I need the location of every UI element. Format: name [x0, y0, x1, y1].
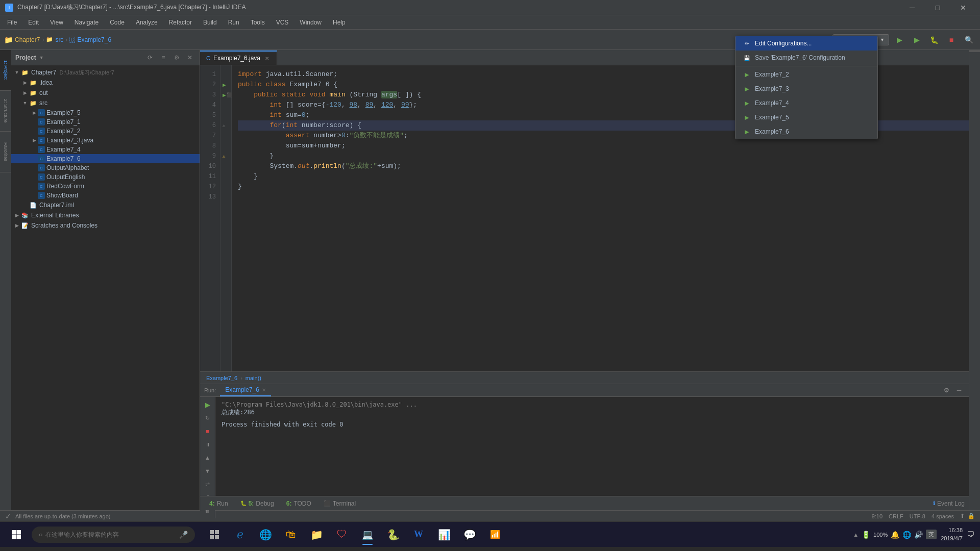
run-play-btn[interactable]: ▶ [202, 399, 213, 410]
status-encoding[interactable]: UTF-8 [910, 513, 925, 519]
menu-edit[interactable]: Edit [23, 17, 44, 28]
tree-example7-4[interactable]: C Example7_4 [11, 145, 200, 154]
config-example7-5[interactable]: ▶ Example7_5 [736, 110, 877, 124]
project-tab[interactable]: 1: Project [0, 50, 11, 91]
favorites-tab-side[interactable]: Favorites [0, 132, 11, 172]
run-settings-icon[interactable]: ⚙ [941, 385, 952, 396]
tray-time[interactable]: 16:38 2019/4/7 [941, 527, 963, 542]
taskbar-app-security[interactable]: 🛡 [331, 523, 353, 546]
menu-analyze[interactable]: Analyze [131, 17, 163, 28]
menu-build[interactable]: Build [198, 17, 222, 28]
status-position[interactable]: 9:10 [872, 513, 883, 519]
run-minimize-icon[interactable]: ─ [953, 385, 965, 396]
run-rerun-btn[interactable]: ↻ [202, 412, 213, 423]
tree-example7-5[interactable]: ▶ C Example7_5 [11, 108, 200, 117]
taskbar-search-input[interactable] [45, 531, 176, 538]
menu-code[interactable]: Code [105, 17, 130, 28]
taskbar-app-python[interactable]: 🐍 [382, 523, 404, 546]
run-tab-close-btn[interactable]: ✕ [262, 387, 266, 393]
tab-close-button[interactable]: ✕ [263, 55, 271, 62]
menu-vcs[interactable]: VCS [271, 17, 294, 28]
taskbar-app-wifi[interactable]: 📶 [484, 523, 506, 546]
menu-refactor[interactable]: Refactor [164, 17, 197, 28]
run-stop-btn[interactable]: ■ [202, 425, 213, 437]
menu-help[interactable]: Help [328, 17, 351, 28]
run-bottom-tab[interactable]: 4: Run [204, 498, 233, 509]
tree-output-alphabet[interactable]: C OutputAlphabet [11, 163, 200, 172]
tree-out[interactable]: ▶ 📁 out [11, 88, 200, 98]
run-tab-active[interactable]: Example7_6 ✕ [220, 384, 271, 396]
debug-bottom-tab[interactable]: 🐛 5: Debug [235, 498, 279, 509]
run-pause-btn[interactable]: ⏸ [202, 439, 213, 450]
tree-redcow[interactable]: C RedCowForm [11, 182, 200, 191]
close-button[interactable]: ✕ [951, 0, 975, 15]
status-linesep[interactable]: CRLF [889, 513, 903, 519]
gutter-3[interactable]: ▶⬛ [223, 90, 231, 100]
tree-example7-1[interactable]: C Example7_1 [11, 117, 200, 127]
terminal-bottom-tab[interactable]: ⬛ Terminal [318, 498, 361, 509]
taskbar-app-excel[interactable]: 📊 [433, 523, 455, 546]
tray-lang-badge[interactable]: 英 [926, 530, 937, 539]
tree-iml[interactable]: 📄 Chapter7.iml [11, 200, 200, 210]
run-button[interactable]: ▶ [892, 33, 906, 47]
panel-collapse-icon[interactable]: ≡ [158, 52, 169, 63]
run-scroll-up-btn[interactable]: ▲ [202, 452, 213, 463]
start-button[interactable] [5, 523, 28, 546]
tree-example7-3[interactable]: ▶ C Example7_3.java [11, 136, 200, 145]
search-everywhere-button[interactable]: 🔍 [962, 33, 976, 47]
tray-action-center-icon[interactable]: 🗨 [967, 530, 975, 539]
config-example7-2[interactable]: ▶ Example7_2 [736, 67, 877, 82]
debug-button[interactable]: 🐛 [927, 33, 941, 47]
taskbar-app-ie[interactable]: ℯ [229, 523, 251, 546]
edit-configurations-item[interactable]: ✏ Edit Configurations... [736, 36, 877, 51]
save-configuration-item[interactable]: 💾 Save 'Example7_6' Configuration [736, 51, 877, 65]
taskbar-app-taskview[interactable] [203, 523, 226, 546]
config-example7-6[interactable]: ▶ Example7_6 [736, 124, 877, 139]
tree-idea[interactable]: ▶ 📁 .idea [11, 78, 200, 88]
taskbar-app-explorer[interactable]: 📁 [305, 523, 328, 546]
taskbar-app-browser[interactable]: 🌐 [254, 523, 277, 546]
panel-settings-icon[interactable]: ⚙ [171, 52, 182, 63]
coverage-button[interactable]: ▶ [910, 33, 924, 47]
menu-window[interactable]: Window [295, 17, 327, 28]
menu-file[interactable]: File [2, 17, 22, 28]
tree-showboard[interactable]: C ShowBoard [11, 191, 200, 200]
taskbar-app-word[interactable]: W [407, 523, 430, 546]
tree-scratches[interactable]: ▶ 📝 Scratches and Consoles [11, 220, 200, 231]
breadcrumb-class[interactable]: Example7_6 [206, 375, 237, 381]
menu-tools[interactable]: Tools [246, 17, 270, 28]
stop-button[interactable]: ■ [944, 33, 959, 47]
breadcrumb-src[interactable]: src [55, 36, 63, 43]
event-log-button[interactable]: ℹ Event Log [933, 500, 965, 507]
config-example7-3[interactable]: ▶ Example7_3 [736, 82, 877, 96]
gutter-2[interactable]: ▶ [223, 80, 231, 90]
status-indent[interactable]: 4 spaces [932, 513, 954, 519]
menu-navigate[interactable]: Navigate [69, 17, 104, 28]
minimize-button[interactable]: ─ [900, 0, 924, 15]
run-wrap-btn[interactable]: ⇌ [202, 479, 213, 490]
config-example7-4[interactable]: ▶ Example7_4 [736, 96, 877, 110]
tree-src[interactable]: ▼ 📁 src [11, 98, 200, 108]
menu-view[interactable]: View [45, 17, 68, 28]
tray-arrow-icon[interactable]: ▲ [853, 532, 859, 538]
menu-run[interactable]: Run [223, 17, 244, 28]
run-scroll-down-btn[interactable]: ▼ [202, 465, 213, 477]
editor-tab-active[interactable]: C Example7_6.java ✕ [200, 51, 277, 65]
structure-tab-side[interactable]: 2: Structure [0, 91, 11, 132]
panel-close-icon[interactable]: ✕ [184, 52, 195, 63]
tree-example7-2[interactable]: C Example7_2 [11, 127, 200, 136]
breadcrumb-project[interactable]: Chapter7 [15, 36, 40, 43]
tree-output-english[interactable]: C OutputEnglish [11, 172, 200, 182]
tree-root-chapter7[interactable]: ▼ 📁 Chapter7 D:\Java练习\Chapter7 [11, 67, 200, 78]
taskbar-search[interactable]: ○ 🎤 [32, 527, 195, 543]
breadcrumb-file[interactable]: Example7_6 [77, 36, 111, 43]
tree-example7-6[interactable]: C Example7_6 [11, 154, 200, 163]
taskbar-app-intellij[interactable]: 💻 [356, 523, 379, 546]
breadcrumb-method[interactable]: main() [246, 375, 261, 381]
tree-external-libs[interactable]: ▶ 📚 External Libraries [11, 210, 200, 220]
taskbar-app-wechat[interactable]: 💬 [458, 523, 481, 546]
maximize-button[interactable]: □ [926, 0, 949, 15]
panel-sync-icon[interactable]: ⟳ [144, 52, 156, 63]
todo-bottom-tab[interactable]: 6: TODO [281, 498, 316, 509]
taskbar-app-store[interactable]: 🛍 [280, 523, 302, 546]
